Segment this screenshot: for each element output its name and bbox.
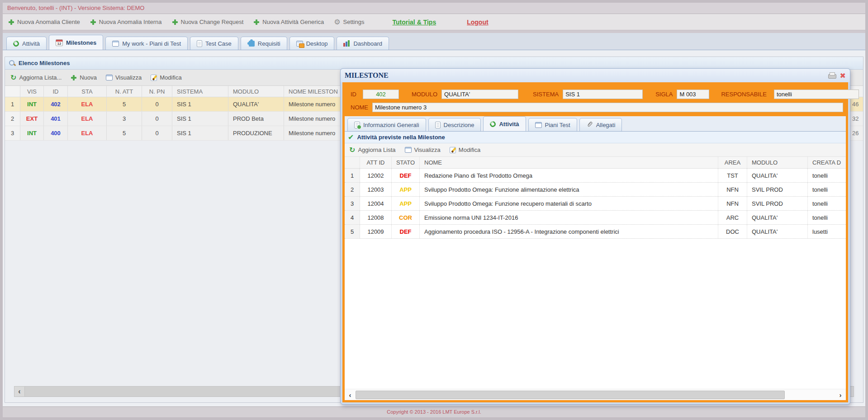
activity-row[interactable]: 3 12004 APP Sviluppo Prodotto Omega: Fun… (345, 197, 846, 211)
tab-piani-test[interactable]: Piani Test (528, 118, 577, 131)
tab-requisiti[interactable]: Requisiti (241, 37, 287, 50)
dialog-title: MILESTONE (345, 71, 824, 80)
dialog-horizontal-scrollbar[interactable] (345, 389, 846, 400)
activity-row[interactable]: 1 12002 DEF Redazione Piano di Test Prod… (345, 169, 846, 183)
tool-label: Modifica (160, 74, 181, 81)
close-icon[interactable] (840, 71, 846, 80)
modulo-field[interactable] (441, 90, 518, 99)
tab-desktop[interactable]: Desktop (289, 37, 335, 50)
settings-button[interactable]: Settings (334, 18, 364, 26)
tab-dashboard[interactable]: Dashboard (337, 37, 389, 50)
new-internal-anomaly-button[interactable]: Nuova Anomalia Interna (90, 19, 162, 25)
tab-test-case[interactable]: Test Case (190, 37, 238, 50)
cell-modulo: SVIL PROD (747, 183, 808, 196)
cell-nome: Emissione norma UNI 1234-IT-2016 (420, 211, 718, 224)
tab-label: My work - Piani di Test (122, 40, 181, 47)
header-att-id[interactable]: ATT ID (360, 157, 392, 168)
cell-nome: Sviluppo Prodotto Omega: Funzione alimen… (420, 183, 718, 196)
gear-icon (334, 18, 340, 26)
header-modulo[interactable]: MODULO (747, 157, 808, 168)
cell-creata-da: tonelli (808, 211, 846, 224)
cell-creata-da: tonelli (808, 169, 846, 182)
header-n-pn[interactable]: N. PN (142, 86, 172, 97)
activity-row[interactable]: 2 12003 APP Sviluppo Prodotto Omega: Fun… (345, 183, 846, 197)
cell-rownum: 1 (5, 97, 20, 111)
tab-label: Descrizione (444, 122, 474, 128)
desktop-folder-icon (296, 41, 303, 47)
milestone-dialog: MILESTONE ID MODULO SISTEMA SIGLA R (340, 68, 850, 405)
header-stato[interactable]: STATO (392, 157, 420, 168)
nome-field[interactable] (372, 103, 843, 112)
tutorial-tips-link[interactable]: Tutorial & Tips (392, 19, 436, 26)
cell-modulo: PROD Beta (228, 112, 284, 126)
tab-attivita-dialog[interactable]: Attività (483, 116, 526, 131)
refresh-list-button[interactable]: Aggiorna Lista... (10, 73, 62, 82)
header-area[interactable]: AREA (718, 157, 747, 168)
edit-activity-button[interactable]: Modifica (450, 146, 480, 153)
cell-sistema: SIS 1 (172, 97, 228, 111)
tab-my-work-piani-di-test[interactable]: My work - Piani di Test (105, 37, 188, 50)
main-tab-bar: Attività Milestones My work - Piani di T… (3, 33, 865, 50)
pencil-icon (151, 75, 157, 81)
tab-informazioni-generali[interactable]: Informazioni Generali (347, 118, 426, 131)
activity-row[interactable]: 4 12008 COR Emissione norma UNI 1234-IT-… (345, 211, 846, 225)
cell-stato: DEF (392, 225, 420, 238)
edit-milestone-button[interactable]: Modifica (151, 74, 181, 81)
scroll-left-button[interactable] (346, 390, 355, 400)
view-activity-button[interactable]: Visualizza (405, 146, 441, 153)
button-label: Nuova Anomalia Cliente (17, 19, 80, 25)
new-generic-activity-button[interactable]: Nuova Attività Generica (253, 19, 324, 25)
fields-row-2: NOME (346, 102, 844, 113)
scroll-right-button[interactable] (836, 390, 845, 400)
tab-label: Requisiti (258, 40, 280, 47)
activity-icon (12, 39, 20, 47)
pencil-icon (450, 147, 456, 153)
scroll-left-button[interactable] (14, 386, 25, 397)
refresh-icon (349, 146, 355, 154)
header-n-att[interactable]: N. ATT (107, 86, 142, 97)
window-icon (535, 122, 542, 128)
refresh-activities-button[interactable]: Aggiorna Lista (349, 146, 396, 154)
new-change-request-button[interactable]: Nuova Change Request (172, 19, 244, 25)
tab-descrizione[interactable]: Descrizione (428, 118, 481, 131)
new-milestone-button[interactable]: Nuova (71, 74, 97, 81)
view-milestone-button[interactable]: Visualizza (106, 74, 142, 81)
tab-attivita[interactable]: Attività (6, 37, 47, 50)
cell-rownum: 2 (345, 183, 360, 196)
header-sistema[interactable]: SISTEMA (172, 86, 228, 97)
tab-milestones[interactable]: Milestones (49, 35, 103, 50)
paperclip-icon (586, 121, 593, 129)
header-sta[interactable]: STA (68, 86, 107, 97)
cell-nome: Redazione Piano di Test Prodotto Omega (420, 169, 718, 182)
sigla-field[interactable] (677, 90, 709, 99)
logout-link[interactable]: Logout (467, 19, 488, 26)
new-customer-anomaly-button[interactable]: Nuova Anomalia Cliente (8, 19, 80, 25)
sistema-field[interactable] (563, 90, 643, 99)
responsabile-field[interactable] (774, 90, 859, 99)
header-vis[interactable]: VIS (20, 86, 44, 97)
cell-id: 401 (44, 112, 68, 126)
tool-label: Nuova (80, 74, 97, 81)
cell-stato: COR (392, 211, 420, 224)
sistema-label: SISTEMA (518, 91, 563, 98)
id-field[interactable] (363, 90, 399, 99)
tool-label: Aggiorna Lista (358, 146, 395, 153)
cell-id: 402 (44, 97, 68, 111)
header-creata-da[interactable]: CREATA D (808, 157, 846, 168)
tool-label: Modifica (459, 146, 480, 153)
tab-allegati[interactable]: Allegati (579, 118, 622, 131)
cell-vis: INT (20, 97, 44, 111)
header-nome[interactable]: NOME (420, 157, 718, 168)
scrollbar-thumb[interactable] (356, 391, 785, 399)
cell-att-id: 12009 (360, 225, 392, 238)
tab-label: Test Case (205, 40, 232, 47)
puzzle-icon (249, 41, 255, 47)
cell-area: NFN (718, 183, 747, 196)
header-id[interactable]: ID (44, 86, 68, 97)
main-content: Elenco Milestones Aggiorna Lista... Nuov… (3, 50, 865, 406)
print-icon[interactable] (828, 72, 835, 79)
activity-row[interactable]: 5 12009 DEF Aggionamento procedura ISO -… (345, 225, 846, 239)
header-modulo[interactable]: MODULO (228, 86, 284, 97)
document-icon (435, 122, 441, 128)
cell-modulo: QUALITA' (747, 169, 808, 182)
